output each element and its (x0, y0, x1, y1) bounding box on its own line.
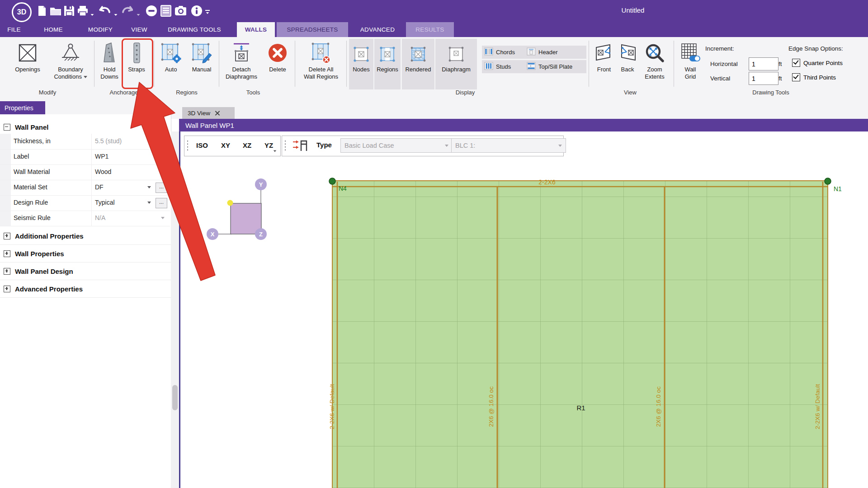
close-view-icon[interactable] (215, 111, 220, 116)
wall-grid-toggle[interactable]: Wall Grid (677, 40, 703, 80)
delete-icon (267, 40, 288, 66)
blc-dropdown[interactable]: BLC 1: (451, 138, 566, 153)
load-case-type-dropdown[interactable]: Basic Load Case (340, 138, 453, 153)
xy-view-button[interactable]: XY (221, 141, 230, 149)
quarter-points-check-icon (792, 59, 800, 67)
horizontal-increment-input[interactable] (749, 57, 778, 70)
xz-view-button[interactable]: XZ (243, 141, 251, 149)
expand-plus-icon[interactable] (4, 233, 10, 239)
load-case-dropdown-icon (445, 145, 448, 147)
tab-walls[interactable]: WALLS (237, 22, 275, 37)
section-wall-panel-design[interactable]: Wall Panel Design (0, 263, 171, 280)
undo-dropdown-icon[interactable] (113, 9, 118, 21)
delete-button[interactable]: Delete (263, 40, 292, 73)
save-icon[interactable] (63, 5, 75, 17)
open-file-icon[interactable] (50, 5, 61, 17)
front-view-icon (594, 40, 614, 66)
redo-dropdown-icon[interactable] (136, 9, 141, 21)
display-regions-toggle[interactable]: Regions (374, 39, 401, 89)
display-diaphragm-toggle[interactable]: Diaphragm (435, 39, 477, 89)
section-advanced-properties[interactable]: Advanced Properties (0, 280, 171, 298)
snapshot-camera-icon[interactable] (175, 5, 186, 17)
regions-icon (378, 42, 396, 66)
horizontal-unit: ft (778, 61, 782, 67)
tab-spreadsheets[interactable]: SPREADSHEETS (277, 22, 348, 37)
vertical-unit: ft (778, 75, 782, 82)
report-icon[interactable] (160, 5, 172, 17)
expand-plus-icon[interactable] (4, 286, 10, 292)
wall-panel-section-header[interactable]: Wall Panel (0, 120, 171, 134)
display-chords-toggle[interactable]: Chords (482, 46, 525, 59)
tab-drawing-tools[interactable]: DRAWING TOOLS (161, 22, 228, 37)
property-row-material-set[interactable]: Material Set DF ... (0, 180, 170, 196)
third-points-checkbox[interactable]: Third Points (792, 73, 836, 81)
tab-modify[interactable]: MODIFY (80, 22, 120, 37)
toolbar-drag-handle[interactable] (284, 140, 286, 151)
tab-advanced[interactable]: ADVANCED (353, 22, 402, 37)
detach-diaphragms-button[interactable]: Detach Diaphragms (222, 40, 261, 80)
delete-all-wall-regions-button[interactable]: Delete All Wall Regions (297, 40, 344, 80)
solve-icon[interactable] (146, 5, 157, 17)
expand-plus-icon[interactable] (4, 250, 10, 257)
wall-material-dropdown-icon[interactable] (161, 171, 165, 173)
display-header-toggle[interactable]: Header (524, 46, 586, 59)
view-tab-3d[interactable]: 3D View (182, 107, 235, 119)
yz-view-button[interactable]: YZ (264, 141, 273, 149)
view-front-button[interactable]: Front (592, 40, 616, 73)
design-rule-dropdown-icon[interactable] (147, 202, 151, 204)
print-dropdown-icon[interactable] (90, 9, 95, 21)
detach-diaphragms-icon (231, 40, 252, 66)
toolbar-drag-handle[interactable] (187, 140, 189, 151)
collapse-minus-icon[interactable] (4, 124, 10, 131)
zoom-extents-button[interactable]: Zoom Extents (640, 40, 670, 80)
undo-icon[interactable] (99, 5, 110, 17)
boundary-conditions-button[interactable]: Boundary Conditions (47, 40, 94, 80)
display-studs-toggle[interactable]: Studs (482, 60, 525, 73)
group-label-view: View (603, 89, 657, 96)
hold-downs-button[interactable]: Hold Downs (97, 40, 122, 80)
section-additional-properties[interactable]: Additional Properties (0, 227, 171, 245)
print-icon[interactable] (77, 5, 89, 17)
info-icon[interactable] (191, 5, 203, 17)
design-rule-more-button[interactable]: ... (156, 198, 167, 208)
view-back-button[interactable]: Back (617, 40, 638, 73)
auto-regions-button[interactable]: Auto (156, 40, 185, 73)
axis-y-label: Y (259, 181, 263, 188)
redo-icon[interactable] (121, 5, 133, 17)
openings-button[interactable]: Openings (8, 40, 47, 73)
properties-tab[interactable]: Properties (0, 101, 45, 114)
orientation-more-icon[interactable] (274, 150, 276, 152)
property-row-design-rule[interactable]: Design Rule Typical ... (0, 195, 170, 211)
horizontal-label: Horizontal (710, 61, 738, 67)
loads-display-icon[interactable] (292, 138, 310, 155)
third-points-check-icon (792, 73, 800, 81)
node-n4[interactable] (329, 178, 335, 184)
tab-view[interactable]: VIEW (125, 22, 154, 37)
tab-results[interactable]: RESULTS (406, 22, 454, 37)
property-row-label[interactable]: Label WP1 (0, 149, 170, 165)
manual-regions-button[interactable]: Manual (186, 40, 217, 73)
rendered-icon (409, 42, 427, 66)
display-rendered-toggle[interactable]: Rendered (402, 39, 434, 89)
expand-plus-icon[interactable] (4, 268, 10, 275)
material-set-dropdown-icon[interactable] (147, 186, 151, 188)
section-wall-properties[interactable]: Wall Properties (0, 245, 171, 263)
properties-scrollbar-thumb[interactable] (172, 385, 178, 410)
property-row-wall-material[interactable]: Wall Material Wood (0, 164, 170, 180)
tab-file[interactable]: FILE (0, 22, 28, 37)
property-row-thickness: Thickness, in 5.5 (stud) (0, 134, 170, 150)
material-set-more-button[interactable]: ... (156, 183, 167, 193)
properties-scrollbar-track[interactable] (171, 131, 179, 488)
vertical-increment-input[interactable] (749, 72, 778, 85)
studs-icon (484, 61, 493, 72)
wall-panel-surface[interactable] (332, 181, 828, 488)
tab-home[interactable]: HOME (36, 22, 71, 37)
display-nodes-toggle[interactable]: Nodes (349, 39, 373, 89)
window-title: Untitled (601, 6, 665, 14)
node-n1[interactable] (825, 178, 831, 184)
display-top-sill-plate-toggle[interactable]: Top/Sill Plate (524, 60, 586, 73)
new-file-icon[interactable] (36, 5, 48, 17)
quarter-points-checkbox[interactable]: Quarter Points (792, 59, 843, 67)
toolbar-customize-icon[interactable] (204, 6, 211, 18)
iso-view-button[interactable]: ISO (196, 141, 208, 149)
